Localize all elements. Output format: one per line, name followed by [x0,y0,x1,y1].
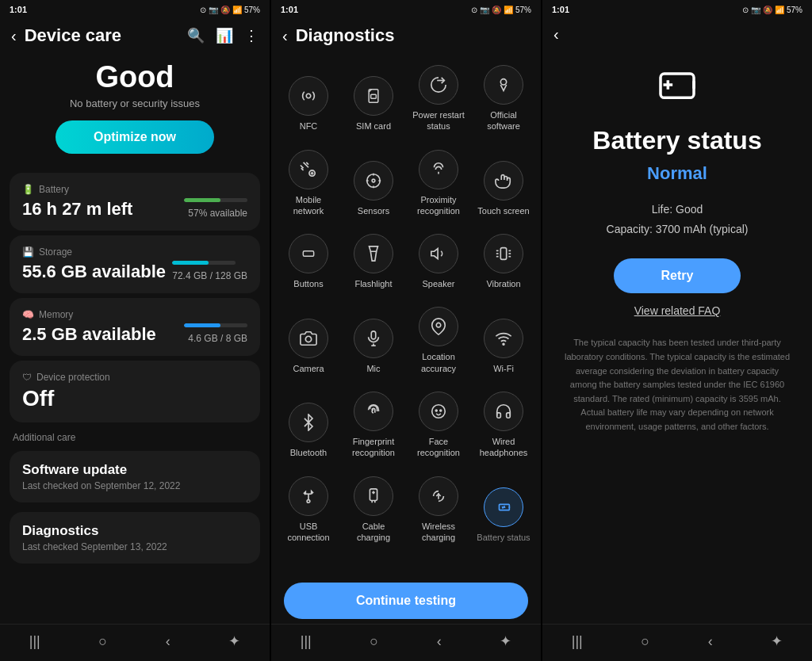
vibration-icon [484,234,523,273]
svg-point-6 [372,179,375,182]
diag-face[interactable]: Face recognition [408,384,469,465]
flashlight-label: Flashlight [354,278,392,289]
flashlight-icon [354,234,393,273]
optimize-button[interactable]: Optimize now [56,120,214,154]
software-update-card[interactable]: Software update Last checked on Septembe… [10,451,260,502]
back-button-2[interactable]: ‹ [282,27,288,45]
nav-home-2[interactable]: ○ [370,633,378,650]
back-button-1[interactable]: ‹ [11,27,17,45]
device-protection-card[interactable]: 🛡 Device protection Off [10,361,260,422]
battery-progress-fill [184,198,220,202]
cards-container: 🔋 Battery 16 h 27 m left 57% available 💾… [0,166,270,624]
sensors-icon [354,161,393,201]
buttons-icon [289,234,328,273]
battery-big-icon [655,63,699,117]
battery-label: 🔋 Battery [22,184,247,195]
mobile-label: Mobile network [281,194,336,217]
nav-recent-2[interactable]: ||| [301,633,312,650]
storage-card[interactable]: 💾 Storage 55.6 GB available 72.4 GB / 12… [10,235,260,293]
svg-point-4 [500,79,506,85]
retry-button[interactable]: Retry [614,258,741,293]
battery-info: Life: Good Capacity: 3700 mAh (typical) [607,200,749,239]
cable-charging-icon [354,476,393,516]
mobile-icon [289,150,328,189]
diag-touch[interactable]: Touch screen [473,142,534,224]
proximity-label: Proximity recognition [411,194,466,217]
diag-wifi[interactable]: Wi-Fi [473,299,534,380]
diag-camera[interactable]: Camera [278,299,339,380]
svg-rect-14 [500,248,506,260]
view-faq-link[interactable]: View related FAQ [634,304,721,317]
diag-official-sw[interactable]: Official software [473,57,534,139]
nav-bixby-3[interactable]: ✦ [771,632,783,650]
diag-bluetooth[interactable]: Bluetooth [278,384,339,465]
battery-status-content: Battery status Normal Life: Good Capacit… [542,50,812,624]
vibration-label: Vibration [486,278,520,289]
nav-home-1[interactable]: ○ [98,633,107,650]
nav-header-2: ‹ Diagnostics [271,19,541,52]
panel-battery-status: 1:01 ⊙ 📷 🔕 📶 57% ‹ Battery status Normal… [541,0,812,661]
wireless-charging-label: Wireless charging [411,521,466,544]
headphones-icon [484,392,523,431]
back-button-3[interactable]: ‹ [553,25,559,44]
speaker-label: Speaker [423,278,455,289]
sensors-label: Sensors [358,205,389,216]
status-icons-2: ⊙ 📷 🔕 📶 57% [471,6,531,14]
diag-power-restart[interactable]: Power restart status [408,57,469,139]
battery-right: 57% available [184,198,247,220]
power-restart-label: Power restart status [411,109,466,132]
status-bar-2: 1:01 ⊙ 📷 🔕 📶 57% [271,0,541,19]
diag-row-2: Mobile network Sensors Proximity recogni… [278,142,534,224]
more-icon-1[interactable]: ⋮ [244,27,259,44]
svg-rect-22 [371,331,376,339]
diag-flashlight[interactable]: Flashlight [343,226,404,296]
diag-headphones[interactable]: Wired headphones [473,384,534,465]
nav-back-btn-3[interactable]: ‹ [708,633,713,650]
wireless-charging-icon [419,476,458,516]
battery-normal-badge: Normal [647,163,707,184]
nav-recent-1[interactable]: ||| [29,633,40,650]
touch-label: Touch screen [477,205,529,216]
diag-cable-charging[interactable]: Cable charging [343,468,404,550]
storage-value: 55.6 GB available [22,262,166,282]
diag-proximity[interactable]: Proximity recognition [408,142,469,224]
battery-card[interactable]: 🔋 Battery 16 h 27 m left 57% available [10,173,260,231]
diag-battery-status[interactable]: Battery status [473,468,534,550]
svg-point-26 [503,343,504,345]
diagnostics-title: Diagnostics [22,523,247,539]
mic-label: Mic [366,363,380,374]
diag-mobile[interactable]: Mobile network [278,142,339,224]
nav-bixby-2[interactable]: ✦ [500,632,511,650]
power-restart-icon [419,65,458,105]
battery-icon: 🔋 [22,184,34,195]
diag-wireless-charging[interactable]: Wireless charging [408,468,469,550]
diag-speaker[interactable]: Speaker [408,226,469,296]
diagnostics-card[interactable]: Diagnostics Last checked September 13, 2… [10,512,260,564]
svg-point-28 [435,410,437,411]
cable-charging-label: Cable charging [346,521,401,544]
face-label: Face recognition [411,436,466,459]
diag-buttons[interactable]: Buttons [278,226,339,296]
nav-bixby-1[interactable]: ✦ [228,632,240,650]
nav-recent-3[interactable]: ||| [572,633,583,650]
diag-fingerprint[interactable]: Fingerprint recognition [343,384,404,465]
location-icon [419,307,458,346]
dp-value: Off [22,386,247,411]
diag-usb[interactable]: USB connection [278,468,339,550]
continue-button[interactable]: Continue testing [284,583,528,619]
chart-icon-1[interactable]: 📊 [216,27,233,44]
memory-card[interactable]: 🧠 Memory 2.5 GB available 4.6 GB / 8 GB [10,298,260,356]
diag-sensors[interactable]: Sensors [343,142,404,224]
battery-disclaimer: The typical capacity has been tested und… [555,336,799,434]
diag-mic[interactable]: Mic [343,299,404,380]
search-icon-1[interactable]: 🔍 [187,27,205,44]
nav-back-btn-1[interactable]: ‹ [166,633,170,650]
nav-home-3[interactable]: ○ [641,633,649,650]
usb-icon [289,476,328,516]
diag-sim[interactable]: SIM card [343,57,404,139]
diag-location[interactable]: Location accuracy [408,299,469,380]
diag-nfc[interactable]: NFC [278,57,339,139]
diag-vibration[interactable]: Vibration [473,226,534,296]
nav-header-1: ‹ Device care 🔍 📊 ⋮ [0,19,270,52]
nav-back-btn-2[interactable]: ‹ [437,633,442,650]
